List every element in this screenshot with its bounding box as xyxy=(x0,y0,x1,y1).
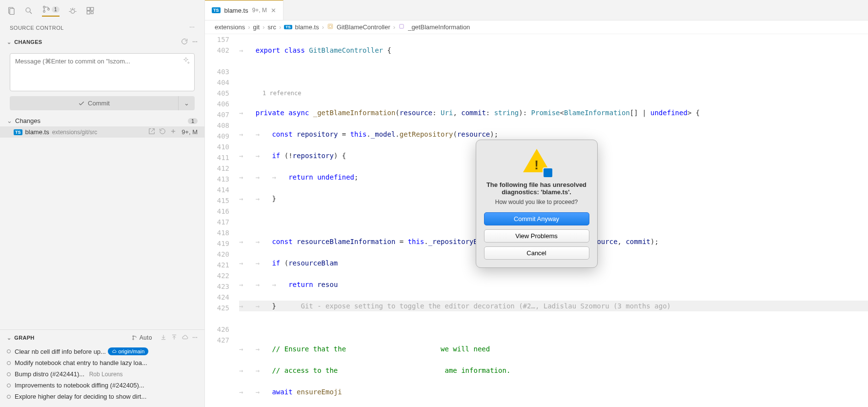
view-problems-button[interactable]: View Problems xyxy=(484,229,589,243)
breadcrumb-part[interactable]: _getBlameInformation xyxy=(408,23,470,31)
svg-line-11 xyxy=(70,9,71,10)
commit-item[interactable]: Clear nb cell diff info before up... ori… xyxy=(0,346,204,357)
method-icon xyxy=(398,23,405,31)
file-actions xyxy=(148,128,177,136)
close-icon[interactable]: ✕ xyxy=(271,7,276,14)
scm-badge: 1 xyxy=(52,6,60,13)
svg-line-3 xyxy=(30,12,32,14)
changes-tree-header[interactable]: ⌄ Changes 1 xyxy=(0,115,204,126)
commit-text: Modify notebook chat entry to handle laz… xyxy=(15,359,198,366)
changes-header-label: CHANGES xyxy=(14,39,42,45)
chevron-right-icon: › xyxy=(322,23,324,31)
commit-button-label: Commit xyxy=(88,100,110,107)
changed-file-row[interactable]: TS blame.ts extensions/git/src 9+, M xyxy=(0,126,204,138)
commit-text: Clear nb cell diff info before up... ori… xyxy=(15,347,198,355)
commit-box: Commit ⌄ xyxy=(10,53,195,110)
svg-rect-1 xyxy=(10,9,14,15)
extensions-icon[interactable] xyxy=(86,6,95,15)
cloud-icon[interactable] xyxy=(182,334,188,342)
dialog-title: The following file has unresolved diagno… xyxy=(484,181,589,196)
svg-rect-25 xyxy=(328,24,332,28)
commit-button[interactable]: Commit xyxy=(10,96,178,110)
stage-icon[interactable] xyxy=(170,128,177,136)
commit-dropdown-button[interactable]: ⌄ xyxy=(178,96,195,110)
discard-icon[interactable] xyxy=(159,128,166,136)
commit-dot-icon xyxy=(7,349,11,353)
chevron-down-icon: ⌄ xyxy=(7,39,11,45)
commit-anyway-button[interactable]: Commit Anyway xyxy=(484,212,589,225)
commit-button-row: Commit ⌄ xyxy=(10,96,195,110)
explorer-icon[interactable] xyxy=(7,6,16,15)
svg-rect-14 xyxy=(90,7,93,10)
commit-list: Clear nb cell diff info before up... ori… xyxy=(0,346,204,407)
chevron-right-icon: › xyxy=(279,23,281,31)
sparkle-icon[interactable] xyxy=(182,57,190,67)
changes-sub-label: Changes xyxy=(15,117,40,124)
branch-pill: origin/main xyxy=(108,347,149,355)
class-icon xyxy=(327,23,334,31)
changes-section-header[interactable]: ⌄ CHANGES ⋯ xyxy=(0,35,204,49)
auto-pill[interactable]: Auto xyxy=(132,334,152,341)
pull-icon[interactable] xyxy=(160,334,167,342)
file-name: blame.ts xyxy=(25,128,49,136)
cancel-button[interactable]: Cancel xyxy=(484,246,589,260)
graph-header[interactable]: ⌄ GRAPH Auto ⋯ xyxy=(0,330,204,346)
dialog: ! The following file has unresolved diag… xyxy=(476,140,598,268)
svg-rect-16 xyxy=(91,12,93,14)
svg-line-12 xyxy=(74,9,75,10)
push-icon[interactable] xyxy=(171,334,178,342)
scm-more-icon[interactable]: ⋯ xyxy=(189,24,195,31)
graph-more-icon[interactable]: ⋯ xyxy=(192,335,198,341)
commit-item[interactable]: Bump distro (#242441)... Rob Lourens xyxy=(0,368,204,380)
breadcrumb-part[interactable]: blame.ts xyxy=(295,23,319,31)
breadcrumb: extensions › git › src › TS blame.ts › G… xyxy=(205,20,868,34)
commit-text: Explore higher delay for deciding to sho… xyxy=(15,393,198,400)
graph-section: ⌄ GRAPH Auto ⋯ Clear nb cell diff info b… xyxy=(0,329,204,407)
changes-count-badge: 1 xyxy=(188,118,198,124)
svg-point-4 xyxy=(43,6,45,8)
blame-annotation: Git - expose setting to toggle the edito… xyxy=(301,302,671,310)
chevron-down-icon: ⌄ xyxy=(7,117,12,124)
chevron-right-icon: › xyxy=(248,23,250,31)
commit-text: Bump distro (#242441)... Rob Lourens xyxy=(15,370,198,378)
svg-rect-15 xyxy=(87,11,90,14)
svg-point-7 xyxy=(71,10,75,14)
commit-message-input[interactable] xyxy=(15,58,178,65)
breadcrumb-part[interactable]: extensions xyxy=(215,23,245,31)
breadcrumb-part[interactable]: GitBlameController xyxy=(337,23,390,31)
svg-rect-27 xyxy=(400,24,404,28)
tab-modifier: 9+, M xyxy=(252,7,267,14)
commit-item[interactable]: Improvements to notebook diffing (#24240… xyxy=(0,380,204,391)
file-status: 9+, M xyxy=(182,128,198,136)
chevron-right-icon: › xyxy=(262,23,264,31)
editor-tab-bar: TS blame.ts 9+, M ✕ xyxy=(205,0,868,20)
commit-dot-icon xyxy=(7,361,11,365)
svg-point-20 xyxy=(133,339,134,340)
refresh-icon[interactable] xyxy=(181,38,188,46)
scm-title-text: SOURCE CONTROL xyxy=(10,25,64,31)
search-icon[interactable] xyxy=(24,6,33,15)
svg-rect-26 xyxy=(329,25,332,28)
commit-item[interactable]: Modify notebook chat entry to handle laz… xyxy=(0,357,204,368)
commit-message-input-wrap[interactable] xyxy=(10,53,195,91)
commit-item[interactable]: Explore higher delay for deciding to sho… xyxy=(0,391,204,402)
changes-more-icon[interactable]: ⋯ xyxy=(192,39,198,45)
dialog-subtitle: How would you like to proceed? xyxy=(484,199,589,205)
commit-dot-icon xyxy=(7,395,11,399)
reference-lens[interactable]: 1 reference xyxy=(239,88,868,97)
svg-point-6 xyxy=(48,8,50,10)
debug-icon[interactable] xyxy=(68,6,77,15)
open-file-icon[interactable] xyxy=(148,128,155,136)
editor-tab[interactable]: TS blame.ts 9+, M ✕ xyxy=(205,0,283,20)
scm-icon[interactable]: 1 xyxy=(42,5,60,17)
line-number-gutter: 1574024034044054064074084094104114124134… xyxy=(205,34,239,407)
breadcrumb-part[interactable]: src xyxy=(268,23,276,31)
svg-point-2 xyxy=(26,8,30,12)
chevron-down-icon: ⌄ xyxy=(7,335,11,341)
chevron-right-icon: › xyxy=(393,23,395,31)
breadcrumb-part[interactable]: git xyxy=(253,23,260,31)
ts-file-icon: TS xyxy=(284,25,292,29)
auto-label: Auto xyxy=(140,334,152,341)
source-control-sidebar: 1 SOURCE CONTROL ⋯ ⌄ CHANGES ⋯ xyxy=(0,0,205,407)
commit-dot-icon xyxy=(7,372,11,376)
